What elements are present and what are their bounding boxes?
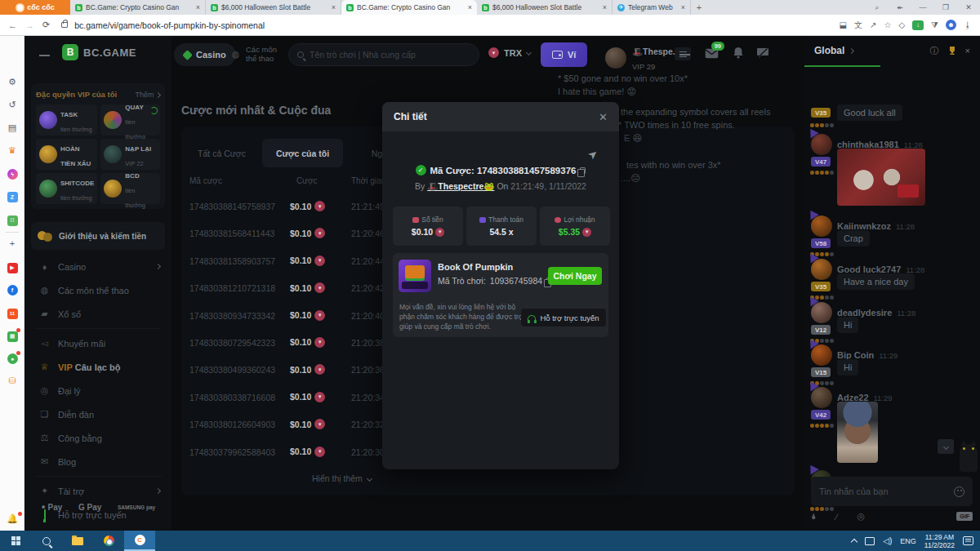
live-support-button[interactable]: Hỗ trợ trực tuyến xyxy=(521,309,606,327)
vip-card-spin[interactable]: QUAYtiền thưởng xyxy=(100,104,160,136)
game-search[interactable] xyxy=(288,43,479,66)
sidebar-item-blog[interactable]: ✉Blog xyxy=(24,450,172,473)
sidebar-item-affiliate[interactable]: ◎Đại lý xyxy=(24,379,172,402)
play-now-button[interactable]: Chơi Ngay xyxy=(548,267,602,285)
action-center-icon[interactable] xyxy=(963,536,973,545)
user-profile[interactable]: 🎩Thespe...VIP 29 xyxy=(605,43,680,73)
trophy-icon[interactable] xyxy=(947,46,957,56)
gif-button[interactable]: GIF xyxy=(956,512,973,521)
tab-close-icon[interactable]: × xyxy=(332,3,336,11)
tab-1[interactable]: bBC.Game: Crypto Casino Gan× xyxy=(70,0,206,15)
volume-icon[interactable]: ◁) xyxy=(883,536,892,545)
add-shortcut-icon[interactable]: + xyxy=(0,238,24,248)
scroll-to-bottom-button[interactable] xyxy=(938,439,954,454)
downloads-tray-icon[interactable]: ⭳ xyxy=(964,20,972,29)
youtube-icon[interactable]: ▶ xyxy=(0,261,24,273)
wallet-button[interactable]: Ví xyxy=(541,42,587,67)
tab-4[interactable]: b$6,000 Halloween Slot Battle× xyxy=(477,0,612,15)
inbox-icon[interactable]: 99 xyxy=(705,47,719,62)
currency-selector[interactable]: ▼ TRX xyxy=(488,47,531,58)
avatar[interactable] xyxy=(811,344,832,366)
commands-icon[interactable]: ∕ xyxy=(836,512,838,522)
rain-icon[interactable]: 🌢 xyxy=(811,511,817,522)
games-gamepad-icon[interactable]: ∷ xyxy=(0,214,24,226)
vip-card-rakeback[interactable]: HOÀN TIỀN XẤU xyxy=(36,139,97,170)
vip-card-shitcode[interactable]: SHITCODEtiền thưởng xyxy=(36,173,97,204)
sale-1111-icon[interactable]: 11 xyxy=(0,307,24,319)
shield-icon[interactable]: ◇ xyxy=(898,20,905,29)
close-button[interactable]: ✕ xyxy=(957,3,980,11)
show-more-button[interactable]: Hiển thị thêm xyxy=(312,473,372,483)
sidebar-item-lottery[interactable]: ▰Xổ số xyxy=(24,302,172,326)
chat-close-icon[interactable]: × xyxy=(965,46,970,56)
sidebar-item-casino[interactable]: ♦Casino xyxy=(24,255,172,278)
start-button[interactable] xyxy=(0,531,31,551)
tab-close-icon[interactable]: × xyxy=(603,3,607,11)
url-text[interactable]: bc.game/vi/game/book-of-pumpkin-by-spino… xyxy=(74,20,265,30)
tab-2[interactable]: b$6,000 Halloween Slot Battle× xyxy=(206,0,341,15)
tab-5[interactable]: ✈Telegram Web× xyxy=(612,0,691,15)
tab-close-icon[interactable]: × xyxy=(681,3,685,11)
chat-input[interactable] xyxy=(819,487,949,496)
sidebar-item-forum[interactable]: ❏Diễn đàn xyxy=(24,402,172,426)
zalo-icon[interactable]: Z xyxy=(0,191,24,202)
search-input[interactable] xyxy=(310,50,457,60)
vip-card-recharge[interactable]: NẠP LẠIVIP 22 xyxy=(100,139,160,170)
file-explorer-icon[interactable] xyxy=(62,531,93,551)
vip-card-bcd[interactable]: BCDtiền thưởng xyxy=(100,173,160,204)
chat-input-box[interactable] xyxy=(811,477,973,506)
tab-all-bets[interactable]: Tất cả Cược xyxy=(181,139,262,167)
tab-search-icon[interactable]: ⌕ xyxy=(866,3,889,12)
reload-icon[interactable]: ⟳ xyxy=(42,20,50,30)
avatar[interactable] xyxy=(811,387,832,408)
taskbar-search-icon[interactable] xyxy=(31,531,62,551)
send-to-device-icon[interactable]: ⬓ xyxy=(840,20,847,29)
translate-icon[interactable]: 文 xyxy=(854,20,862,31)
bet-author[interactable]: 🎩Thespectre🐸 xyxy=(427,181,494,191)
avatar[interactable] xyxy=(811,134,832,155)
facebook-icon[interactable]: f xyxy=(0,284,24,295)
recent-tabs-icon[interactable]: ↞ xyxy=(889,3,911,11)
sidebar-item-sponsorship[interactable]: ✦Tài trợ xyxy=(24,479,172,503)
profile-avatar[interactable]: ☻ xyxy=(946,20,956,30)
maximize-button[interactable]: ❐ xyxy=(934,3,957,11)
crown-rewards-icon[interactable]: ♛ xyxy=(0,145,24,156)
copy-icon[interactable] xyxy=(580,167,586,174)
reading-list-icon[interactable]: ▤ xyxy=(0,122,24,133)
chat-rules-icon[interactable]: ⓘ xyxy=(930,45,939,57)
new-tab-button[interactable]: + xyxy=(691,0,707,15)
avatar[interactable] xyxy=(811,216,832,237)
vip-more-link[interactable]: Thêm xyxy=(135,91,160,99)
back-icon[interactable]: ← xyxy=(8,20,17,30)
cart-icon[interactable]: ⛁ xyxy=(0,375,24,386)
messenger-icon[interactable]: ϟ xyxy=(0,168,24,180)
chat-image[interactable] xyxy=(837,402,878,463)
notifications-bell-icon[interactable]: 🔔 xyxy=(0,513,24,524)
tab-3-active[interactable]: bBC.Game: Crypto Casino Gan× xyxy=(341,0,477,15)
share-icon[interactable]: ↗ xyxy=(870,20,876,29)
modal-close-icon[interactable]: ✕ xyxy=(599,111,608,123)
minimize-button[interactable]: — xyxy=(911,3,934,11)
shop-icon[interactable]: ● xyxy=(0,353,24,364)
lock-icon[interactable] xyxy=(61,22,68,28)
chrome-icon[interactable] xyxy=(93,531,124,551)
coccoc-taskbar-icon[interactable]: C xyxy=(124,531,155,551)
bet-slip-icon[interactable] xyxy=(675,47,691,60)
active-download-icon[interactable]: ↓ xyxy=(912,20,924,30)
site-logo[interactable]: B BC.GAME xyxy=(62,44,136,60)
history-icon[interactable]: ↺ xyxy=(0,100,24,110)
bookmark-star-icon[interactable]: ☆ xyxy=(884,20,891,29)
extensions-puzzle-icon[interactable]: ⧩ xyxy=(931,20,938,30)
tray-expand-icon[interactable] xyxy=(851,539,858,545)
chat-channel[interactable]: Global xyxy=(814,45,844,56)
casino-nav-button[interactable]: Casino xyxy=(174,43,236,66)
chat-image[interactable] xyxy=(837,149,925,206)
sidebar-item-vip-club[interactable]: ♕VIP Câu lạc bộ xyxy=(24,355,172,379)
sidebar-item-fairness[interactable]: ⚖Công bằng xyxy=(24,426,172,450)
coin-drop-icon[interactable]: ◎ xyxy=(857,511,865,522)
share-arrow-icon[interactable]: ➤ xyxy=(585,146,600,162)
referral-banner[interactable]: Giới thiệu và kiếm tiền xyxy=(31,222,165,250)
avatar[interactable] xyxy=(811,302,832,323)
tab-close-icon[interactable]: × xyxy=(468,3,472,11)
game-thumbnail[interactable] xyxy=(399,260,431,292)
